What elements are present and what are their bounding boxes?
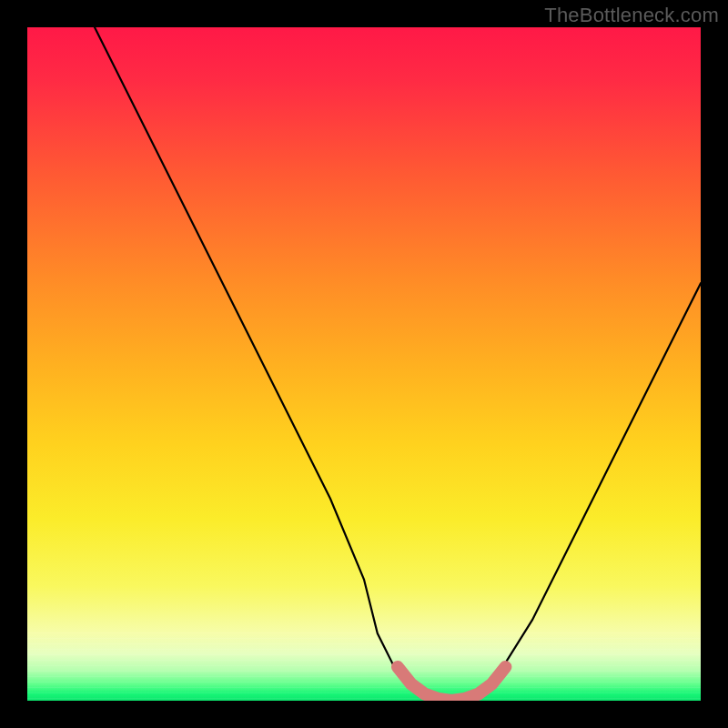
watermark-text: TheBottleneck.com [544,4,719,27]
optimal-zone-highlight [398,667,505,701]
curve-svg [27,27,701,701]
chart-frame: TheBottleneck.com [0,0,728,728]
bottleneck-curve [95,27,701,701]
plot-area [27,27,701,701]
